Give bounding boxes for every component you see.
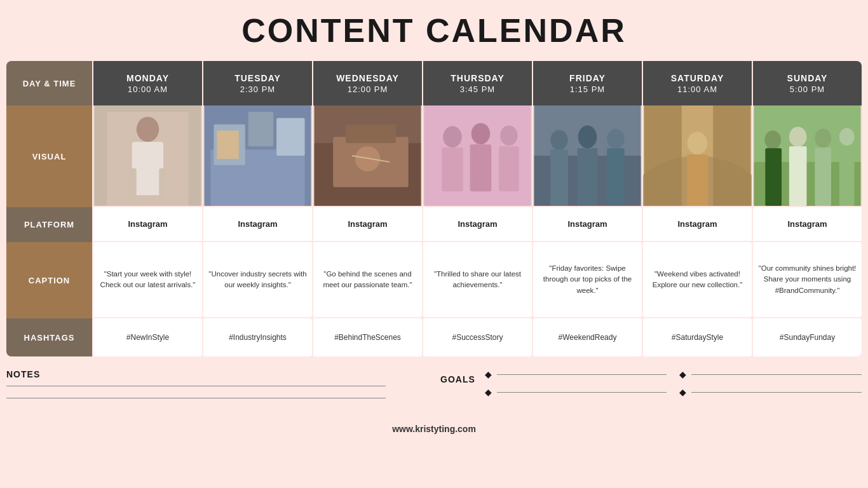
caption-sunday: "Our community shines bright! Share your…: [752, 242, 862, 318]
platform-monday: Instagram: [92, 207, 202, 242]
visual-saturday: [642, 105, 752, 207]
diamond-icon-2: ◆: [679, 369, 686, 379]
visual-friday: [532, 105, 642, 207]
goals-section: GOALS ◆ ◆ ◆ ◆: [440, 364, 862, 415]
visual-monday: [92, 105, 202, 207]
svg-rect-20: [442, 147, 463, 191]
day-header-friday: FRIDAY 1:15 PM: [532, 61, 642, 105]
platform-tuesday: Instagram: [202, 207, 312, 242]
caption-thursday: "Thrilled to share our latest achievemen…: [422, 242, 532, 318]
svg-rect-42: [765, 148, 782, 206]
svg-rect-10: [276, 118, 304, 156]
day-header-monday: MONDAY 10:00 AM: [92, 61, 202, 105]
notes-line-1: [6, 386, 386, 386]
svg-rect-48: [839, 146, 855, 206]
hashtag-monday: #NewInStyle: [92, 318, 202, 356]
svg-point-19: [443, 126, 462, 148]
notes-section: NOTES: [6, 364, 428, 415]
svg-point-41: [764, 131, 781, 150]
goal-item-2: ◆: [679, 369, 862, 379]
diamond-icon-4: ◆: [679, 387, 686, 397]
svg-rect-38: [687, 154, 709, 206]
goal-item-4: ◆: [679, 387, 862, 397]
goal-line-4: [691, 392, 862, 393]
goal-item-1: ◆: [485, 369, 667, 379]
platform-thursday: Instagram: [422, 207, 532, 242]
day-header-wednesday: WEDNESDAY 12:00 PM: [312, 61, 422, 105]
goal-line-1: [497, 374, 667, 375]
svg-rect-4: [129, 168, 137, 200]
platform-friday: Instagram: [532, 207, 642, 242]
svg-point-47: [839, 128, 855, 146]
footer-url: www.kristyting.com: [0, 420, 868, 440]
page-title: CONTENT CALENDAR: [0, 0, 868, 56]
svg-point-45: [815, 129, 831, 148]
diamond-icon-3: ◆: [485, 387, 492, 397]
goals-grid: ◆ ◆ ◆ ◆: [485, 369, 862, 397]
hashtag-tuesday: #IndustryInsights: [202, 318, 312, 356]
day-header-saturday: SATURDAY 11:00 AM: [642, 61, 752, 105]
caption-friday: "Friday favorites: Swipe through our top…: [532, 242, 642, 318]
day-header-thursday: THURSDAY 3:45 PM: [422, 61, 532, 105]
hashtag-sunday: #SundayFunday: [752, 318, 862, 356]
svg-point-37: [688, 132, 708, 154]
visual-wednesday: [312, 105, 422, 207]
row-label-platform: PLATFORM: [6, 207, 92, 242]
visual-sunday: [752, 105, 862, 207]
goal-line-2: [691, 374, 862, 375]
hashtag-wednesday: #BehindTheScenes: [312, 318, 422, 356]
caption-saturday: "Weekend vibes activated! Explore our ne…: [642, 242, 752, 318]
visual-thursday: [422, 105, 532, 207]
notes-label: NOTES: [6, 369, 428, 379]
svg-point-31: [607, 129, 625, 149]
svg-rect-9: [248, 112, 274, 146]
goal-item-3: ◆: [485, 387, 667, 397]
bottom-section: NOTES GOALS ◆ ◆ ◆ ◆: [6, 364, 862, 420]
row-label-hashtags: HASHTAGS: [6, 318, 92, 356]
svg-rect-44: [789, 146, 807, 206]
visual-tuesday: [202, 105, 312, 207]
goal-line-3: [497, 392, 667, 393]
svg-rect-32: [607, 148, 625, 205]
notes-line-2: [6, 398, 386, 398]
caption-wednesday: "Go behind the scenes and meet our passi…: [312, 242, 422, 318]
svg-rect-36: [713, 105, 750, 206]
svg-rect-11: [217, 131, 239, 159]
hashtag-thursday: #SuccessStory: [422, 318, 532, 356]
svg-point-21: [471, 123, 491, 145]
svg-rect-28: [550, 149, 568, 206]
calendar-grid: DAY & TIME MONDAY 10:00 AM TUESDAY 2:30 …: [6, 61, 862, 356]
svg-point-27: [550, 130, 568, 151]
svg-rect-35: [644, 105, 682, 206]
goals-label: GOALS: [440, 369, 475, 384]
hashtag-friday: #WeekendReady: [532, 318, 642, 356]
svg-rect-3: [132, 142, 163, 195]
diamond-icon-1: ◆: [485, 369, 492, 379]
day-header-tuesday: TUESDAY 2:30 PM: [202, 61, 312, 105]
day-header-sunday: SUNDAY 5:00 PM: [752, 61, 862, 105]
svg-rect-15: [346, 125, 396, 144]
platform-wednesday: Instagram: [312, 207, 422, 242]
svg-point-23: [500, 126, 518, 146]
svg-rect-5: [159, 168, 166, 200]
row-label-caption: CAPTION: [6, 242, 92, 318]
svg-rect-24: [499, 146, 519, 191]
row-label-visual: VISUAL: [6, 105, 92, 207]
svg-point-29: [578, 126, 597, 149]
svg-point-2: [137, 117, 159, 142]
platform-saturday: Instagram: [642, 207, 752, 242]
caption-monday: "Start your week with style! Check out o…: [92, 242, 202, 318]
hashtag-saturday: #SaturdayStyle: [642, 318, 752, 356]
row-label-day-time: DAY & TIME: [6, 61, 92, 105]
svg-rect-46: [815, 147, 831, 206]
caption-tuesday: "Uncover industry secrets with our weekl…: [202, 242, 312, 318]
platform-sunday: Instagram: [752, 207, 862, 242]
svg-rect-30: [578, 148, 598, 206]
svg-point-43: [789, 127, 807, 147]
svg-rect-22: [470, 144, 492, 191]
